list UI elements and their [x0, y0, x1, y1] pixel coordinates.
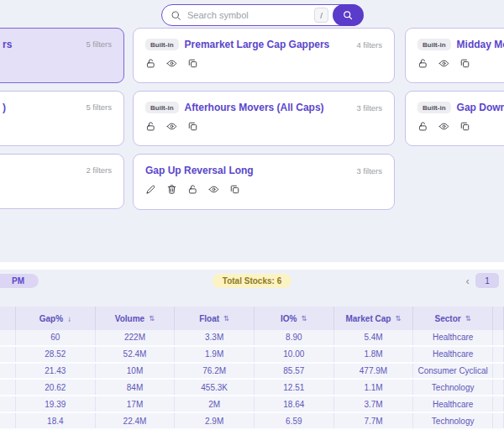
screener-card-gap-down[interactable]: Built-in Gap Down (All Ca	[405, 91, 504, 146]
table-cell: Healthcare	[413, 347, 493, 362]
table-cell: 3.3M	[175, 330, 255, 345]
copy-icon[interactable]	[187, 121, 198, 132]
edit-icon[interactable]	[145, 184, 156, 195]
built-in-badge: Built-in	[145, 102, 179, 113]
sort-desc-icon: ↓	[67, 314, 71, 323]
table-cell: 12.51	[255, 380, 334, 395]
table-cell: Consumer Cyclical	[413, 364, 493, 379]
stocks-table: Gap%↓Volume⇅Float⇅IO%⇅Market Cap⇅Sector⇅…	[0, 307, 504, 430]
column-header-gap-[interactable]: Gap%↓	[16, 307, 96, 330]
copy-icon[interactable]	[459, 121, 470, 132]
table-cell: 5.4M	[334, 330, 414, 345]
column-header-float[interactable]: Float⇅	[175, 307, 255, 330]
table-cell: 2.9M	[175, 413, 255, 428]
card-title: Gap Down (All Ca	[457, 102, 504, 113]
table-cell: 7.7M	[334, 413, 414, 428]
screener-card-clipped-left[interactable]: ) 5 filters	[0, 91, 124, 146]
copy-icon[interactable]	[187, 58, 198, 69]
time-badge: PM	[0, 274, 39, 288]
search-input[interactable]	[181, 10, 314, 20]
table-cell-clipped	[493, 364, 504, 379]
table-cell-clipped	[493, 330, 504, 345]
table-cell: Healthcare	[413, 396, 493, 412]
chevron-left-icon[interactable]: ‹	[466, 275, 470, 286]
column-label: Gap%	[39, 314, 63, 323]
search-bar[interactable]: /	[161, 4, 363, 26]
pagination: ‹ 1 /	[466, 273, 504, 288]
copy-icon[interactable]	[229, 184, 240, 195]
table-cell: 10.00	[255, 347, 334, 362]
screener-card-selected[interactable]: rs 5 filters	[0, 28, 124, 83]
lock-icon[interactable]	[417, 58, 428, 69]
table-cell-clipped	[0, 413, 16, 428]
lock-icon[interactable]	[417, 121, 428, 132]
column-label: Sector	[435, 314, 461, 323]
table-cell: 8.90	[255, 330, 334, 345]
eye-icon[interactable]	[166, 121, 177, 132]
filters-count: 5 filters	[86, 102, 112, 112]
filters-count: 3 filters	[356, 103, 382, 113]
card-actions	[406, 50, 504, 69]
column-label: IO%	[281, 314, 297, 323]
delete-icon[interactable]	[166, 184, 177, 195]
eye-icon[interactable]	[166, 58, 177, 69]
table-cell: 84M	[96, 380, 176, 395]
table-cell: Technology	[413, 380, 493, 395]
table-row[interactable]: 28.5252.4M1.9M10.001.8MHealthcare	[0, 347, 504, 364]
filters-count: 3 filters	[356, 166, 382, 176]
built-in-badge: Built-in	[417, 39, 451, 50]
table-cell: 222M	[96, 330, 176, 345]
table-row[interactable]: 60222M3.3M8.905.4MHealthcare	[0, 330, 504, 347]
column-header-volume[interactable]: Volume⇅	[96, 307, 176, 330]
built-in-badge: Built-in	[145, 39, 179, 50]
lock-icon[interactable]	[145, 121, 156, 132]
table-cell: 52.4M	[96, 347, 176, 362]
table-row[interactable]: 21.4310M76.2M85.57477.9MConsumer Cyclica…	[0, 364, 504, 380]
table-cell: 3.7M	[334, 396, 414, 412]
table-row[interactable]: 18.422.4M2.9M6.597.7MTechnology	[0, 413, 504, 430]
built-in-badge: Built-in	[417, 102, 451, 113]
screener-card-afterhours-movers[interactable]: Built-in Afterhours Movers (All Caps) 3 …	[133, 91, 395, 146]
search-button[interactable]	[333, 4, 364, 26]
card-title: rs	[3, 39, 12, 50]
column-header-sector[interactable]: Sector⇅	[413, 307, 493, 330]
column-header-io-[interactable]: IO%⇅	[255, 307, 334, 330]
table-cell: 17M	[96, 396, 176, 412]
table-cell: Healthcare	[413, 330, 493, 345]
table-cell: 60	[16, 330, 96, 345]
table-header-row: Gap%↓Volume⇅Float⇅IO%⇅Market Cap⇅Sector⇅	[0, 307, 504, 330]
table-row[interactable]: 20.6284M455.3K12.511.1MTechnology	[0, 380, 504, 396]
screener-card-clipped-left[interactable]: 2 filters	[0, 154, 124, 209]
card-title: Premarket Large Cap Gappers	[185, 39, 330, 50]
sort-icon: ⇅	[301, 314, 307, 322]
lock-icon[interactable]	[187, 184, 198, 195]
card-title: )	[3, 102, 6, 113]
table-cell: 28.52	[16, 347, 96, 362]
card-actions	[134, 176, 394, 195]
table-cell: 18.4	[16, 413, 96, 428]
table-cell-clipped	[493, 307, 504, 330]
sort-icon: ⇅	[465, 314, 471, 322]
screener-card-premarket-large-cap-gappers[interactable]: Built-in Premarket Large Cap Gappers 4 f…	[133, 28, 395, 83]
column-header-market-cap[interactable]: Market Cap⇅	[334, 307, 414, 330]
page-number-input[interactable]: 1	[475, 273, 499, 288]
sort-icon: ⇅	[149, 314, 155, 322]
table-cell-clipped	[0, 364, 16, 379]
table-body: 60222M3.3M8.905.4MHealthcare28.5252.4M1.…	[0, 330, 504, 430]
screener-card-midday-movers[interactable]: Built-in Midday Movers (	[405, 28, 504, 83]
card-actions	[134, 113, 394, 132]
copy-icon[interactable]	[459, 58, 470, 69]
table-row[interactable]: 19.3917M2M18.643.7MHealthcare	[0, 396, 504, 413]
table-cell: 455.3K	[175, 380, 255, 395]
eye-icon[interactable]	[438, 58, 449, 69]
eye-icon[interactable]	[208, 184, 219, 195]
filters-count: 2 filters	[86, 165, 112, 175]
lock-icon[interactable]	[145, 58, 156, 69]
table-cell: 1.1M	[334, 380, 414, 395]
card-title: Midday Movers (	[457, 39, 504, 50]
table-cell: 1.9M	[175, 347, 255, 362]
screener-card-gap-up-reversal-long[interactable]: Gap Up Reversal Long 3 filters	[133, 154, 395, 210]
search-icon	[171, 10, 181, 21]
table-cell: 477.9M	[334, 364, 414, 379]
eye-icon[interactable]	[438, 121, 449, 132]
